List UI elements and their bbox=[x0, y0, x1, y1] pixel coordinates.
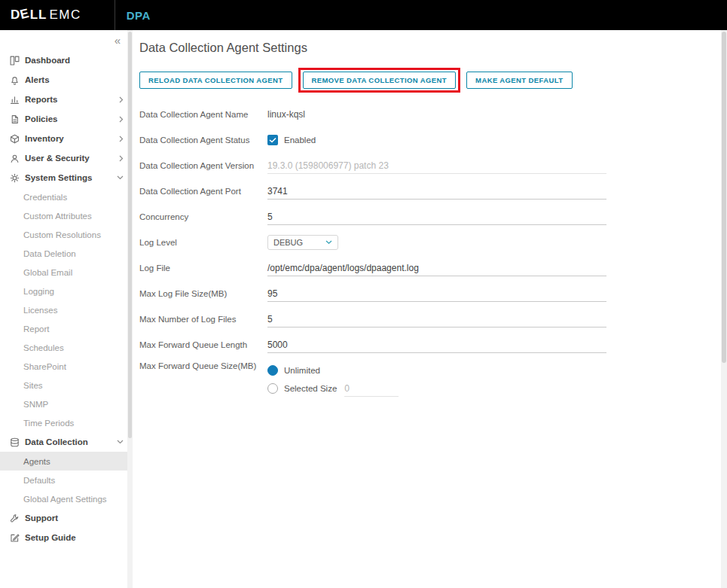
sidebar-item-global-agent-settings[interactable]: Global Agent Settings bbox=[0, 489, 133, 508]
field-row-log-level: Log Level DEBUG bbox=[139, 230, 721, 255]
log-file-input[interactable] bbox=[267, 260, 606, 276]
sidebar-item-custom-attributes[interactable]: Custom Attributes bbox=[0, 206, 133, 225]
action-button-row: RELOAD DATA COLLECTION AGENT REMOVE DATA… bbox=[139, 68, 721, 93]
max-number-log-files-input[interactable] bbox=[267, 312, 606, 328]
bell-icon bbox=[10, 75, 25, 85]
sidebar-item-logging[interactable]: Logging bbox=[0, 282, 133, 300]
sidebar-item-report[interactable]: Report bbox=[0, 319, 133, 338]
wrench-icon bbox=[10, 513, 25, 523]
setup-pencil-icon bbox=[10, 533, 25, 543]
field-row-agent-version: Data Collection Agent Version bbox=[139, 153, 721, 178]
gear-icon bbox=[10, 173, 25, 183]
sidebar-item-sites[interactable]: Sites bbox=[0, 376, 133, 395]
sidebar-scrollbar-thumb[interactable] bbox=[128, 32, 132, 438]
selected-size-radio[interactable]: Selected Size bbox=[267, 379, 399, 398]
sidebar: « Dashboard Alerts Reports Policies Inve… bbox=[0, 30, 133, 588]
sidebar-item-policies[interactable]: Policies bbox=[0, 109, 133, 129]
sidebar-scrollbar[interactable] bbox=[127, 30, 133, 588]
page-title: Data Collection Agent Settings bbox=[139, 41, 721, 55]
dashboard-icon bbox=[10, 56, 25, 66]
sidebar-item-credentials[interactable]: Credentials bbox=[0, 187, 133, 206]
sidebar-item-snmp[interactable]: SNMP bbox=[0, 395, 133, 413]
dell-emc-logo: DELLEMC bbox=[11, 8, 81, 23]
agent-settings-form: Data Collection Agent Name linux-kqsl Da… bbox=[139, 102, 721, 398]
max-forward-queue-length-input[interactable] bbox=[267, 337, 606, 353]
sidebar-item-data-collection[interactable]: Data Collection bbox=[0, 432, 133, 452]
sidebar-item-alerts[interactable]: Alerts bbox=[0, 70, 133, 90]
page-scrollbar-thumb[interactable] bbox=[722, 32, 726, 363]
radio-unselected-icon bbox=[267, 383, 278, 394]
chevron-down-icon bbox=[117, 175, 124, 180]
sidebar-item-time-periods[interactable]: Time Periods bbox=[0, 413, 133, 432]
sidebar-item-dashboard[interactable]: Dashboard bbox=[0, 50, 133, 70]
app-header: DELLEMC DPA bbox=[0, 0, 727, 30]
sidebar-item-defaults[interactable]: Defaults bbox=[0, 471, 133, 489]
field-row-max-log-file-size: Max Log File Size(MB) bbox=[139, 281, 721, 306]
collapse-sidebar-icon[interactable]: « bbox=[115, 35, 121, 46]
field-row-log-file: Log File bbox=[139, 255, 721, 281]
sidebar-item-system-settings[interactable]: System Settings bbox=[0, 168, 133, 187]
sidebar-item-user-security[interactable]: User & Security bbox=[0, 148, 133, 168]
sidebar-item-global-email[interactable]: Global Email bbox=[0, 263, 133, 282]
main-content: Data Collection Agent Settings RELOAD DA… bbox=[133, 30, 721, 588]
radio-selected-icon bbox=[267, 365, 278, 376]
agent-name-value: linux-kqsl bbox=[267, 109, 305, 120]
sidebar-item-support[interactable]: Support bbox=[0, 508, 133, 528]
unlimited-radio[interactable]: Unlimited bbox=[267, 361, 399, 379]
chevron-right-icon bbox=[119, 116, 124, 123]
chevron-right-icon bbox=[119, 155, 124, 162]
sidebar-item-licenses[interactable]: Licenses bbox=[0, 300, 133, 319]
sidebar-item-data-deletion[interactable]: Data Deletion bbox=[0, 244, 133, 263]
chevron-right-icon bbox=[119, 136, 124, 142]
agent-port-input[interactable] bbox=[267, 184, 606, 200]
agent-version-input bbox=[267, 158, 606, 174]
field-row-agent-status: Data Collection Agent Status Enabled bbox=[139, 127, 721, 153]
field-row-concurrency: Concurrency bbox=[139, 204, 721, 230]
bar-chart-icon bbox=[10, 95, 25, 105]
chevron-right-icon bbox=[119, 96, 124, 103]
user-icon bbox=[10, 154, 25, 163]
chevron-down-icon bbox=[325, 240, 332, 245]
sidebar-item-inventory[interactable]: Inventory bbox=[0, 129, 133, 148]
sidebar-item-agents[interactable]: Agents bbox=[0, 452, 133, 471]
page-scrollbar[interactable] bbox=[721, 30, 727, 588]
inventory-box-icon bbox=[10, 134, 25, 144]
field-row-agent-port: Data Collection Agent Port bbox=[139, 178, 721, 204]
sidebar-item-reports[interactable]: Reports bbox=[0, 90, 133, 109]
concurrency-input[interactable] bbox=[267, 209, 606, 225]
log-level-select[interactable]: DEBUG bbox=[267, 235, 338, 250]
sidebar-item-setup-guide[interactable]: Setup Guide bbox=[0, 528, 133, 547]
sidebar-collapse-row: « bbox=[0, 30, 133, 50]
field-row-max-forward-queue-size: Max Forward Queue Size(MB) Unlimited Sel… bbox=[139, 358, 721, 398]
field-row-max-forward-queue-length: Max Forward Queue Length bbox=[139, 332, 721, 358]
enabled-checkbox-label: Enabled bbox=[284, 136, 316, 145]
remove-agent-button[interactable]: REMOVE DATA COLLECTION AGENT bbox=[303, 72, 457, 89]
header-divider bbox=[115, 0, 115, 30]
sidebar-item-sharepoint[interactable]: SharePoint bbox=[0, 357, 133, 376]
queue-size-radio-group: Unlimited Selected Size bbox=[267, 361, 399, 398]
make-agent-default-button[interactable]: MAKE AGENT DEFAULT bbox=[466, 72, 572, 89]
enabled-checkbox[interactable] bbox=[267, 135, 278, 145]
max-log-file-size-input[interactable] bbox=[267, 286, 606, 302]
sidebar-item-custom-resolutions[interactable]: Custom Resolutions bbox=[0, 225, 133, 244]
sidebar-item-schedules[interactable]: Schedules bbox=[0, 338, 133, 357]
database-icon bbox=[10, 437, 25, 447]
log-level-value: DEBUG bbox=[273, 238, 303, 247]
field-row-max-number-log-files: Max Number of Log Files bbox=[139, 306, 721, 332]
field-row-agent-name: Data Collection Agent Name linux-kqsl bbox=[139, 102, 721, 127]
selected-size-input bbox=[344, 381, 399, 397]
app-name: DPA bbox=[127, 9, 151, 22]
policy-document-icon bbox=[10, 114, 25, 124]
reload-agent-button[interactable]: RELOAD DATA COLLECTION AGENT bbox=[139, 72, 292, 89]
annotation-highlight-box: REMOVE DATA COLLECTION AGENT bbox=[298, 68, 461, 93]
chevron-down-icon bbox=[117, 440, 124, 444]
